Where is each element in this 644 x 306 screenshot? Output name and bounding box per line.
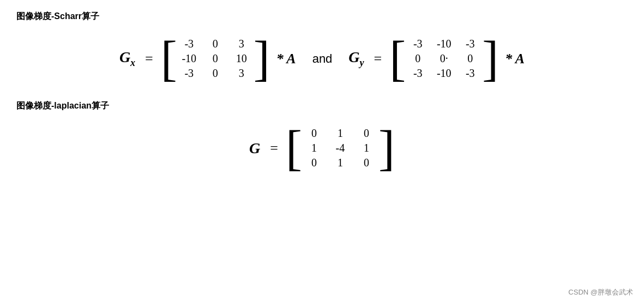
g-var: G <box>249 140 260 157</box>
matrix-cell: 0 <box>306 157 322 169</box>
matrix-cell: 1 <box>333 157 348 169</box>
gx-matrix: -303-10010-303 <box>179 33 251 84</box>
matrix-cell: -3 <box>462 67 478 80</box>
g-equals: = <box>270 140 278 157</box>
laplacian-section: 图像梯度-laplacian算子 G = [ 0101-41010 ] <box>16 100 628 173</box>
and-text: and <box>312 52 333 66</box>
matrix-cell: -3 <box>182 67 197 80</box>
matrix-cell: -3 <box>410 67 425 80</box>
matrix-cell: 10 <box>234 52 249 65</box>
gx-matrix-container: [ -303-10010-303 ] <box>161 33 270 84</box>
gx-bracket-right: ] <box>254 34 270 83</box>
gx-times-a: * A <box>276 51 296 67</box>
matrix-cell: -10 <box>182 52 197 65</box>
gx-equals: = <box>145 51 153 67</box>
g-matrix: 0101-41010 <box>304 123 376 173</box>
scharr-formula-row: Gx = [ -303-10010-303 ] * A and Gy = [ -… <box>16 33 628 84</box>
scharr-section: 图像梯度-Scharr算子 Gx = [ -303-10010-303 ] * … <box>16 11 628 84</box>
gx-var: Gx <box>119 49 135 69</box>
matrix-cell: 0 <box>306 127 322 140</box>
matrix-cell: -10 <box>436 38 452 50</box>
matrix-cell: -3 <box>410 38 425 50</box>
matrix-cell: -4 <box>333 142 348 154</box>
matrix-cell: 3 <box>234 38 249 50</box>
gy-matrix-container: [ -3-10-300·0-3-10-3 ] <box>389 33 498 84</box>
matrix-cell: 0 <box>462 52 478 65</box>
gx-bracket-left: [ <box>161 34 177 83</box>
gy-times-a: * A <box>505 51 525 67</box>
matrix-cell: 0 <box>359 127 374 140</box>
gy-bracket-right: ] <box>482 34 498 83</box>
matrix-cell: 1 <box>359 142 374 154</box>
matrix-cell: -3 <box>462 38 478 50</box>
matrix-cell: -3 <box>182 38 197 50</box>
g-bracket-right: ] <box>378 124 395 173</box>
matrix-cell: 1 <box>306 142 322 154</box>
matrix-cell: 0 <box>359 157 374 169</box>
gy-var: Gy <box>348 49 364 69</box>
matrix-cell: 0 <box>208 38 223 50</box>
laplacian-formula-row: G = [ 0101-41010 ] <box>16 123 628 173</box>
gy-matrix: -3-10-300·0-3-10-3 <box>408 33 480 84</box>
scharr-title: 图像梯度-Scharr算子 <box>16 11 628 22</box>
g-bracket-left: [ <box>286 124 302 173</box>
matrix-cell: -10 <box>436 67 452 80</box>
gy-equals: = <box>374 51 382 67</box>
g-matrix-container: [ 0101-41010 ] <box>286 123 395 173</box>
matrix-cell: 0 <box>208 52 223 65</box>
matrix-cell: 3 <box>234 67 249 80</box>
gy-bracket-left: [ <box>389 34 406 83</box>
watermark: CSDN @胖墩会武术 <box>568 287 633 297</box>
matrix-cell: 0 <box>410 52 425 65</box>
laplacian-title: 图像梯度-laplacian算子 <box>16 100 628 112</box>
matrix-cell: 0· <box>436 52 452 65</box>
matrix-cell: 0 <box>208 67 223 80</box>
matrix-cell: 1 <box>333 127 348 140</box>
